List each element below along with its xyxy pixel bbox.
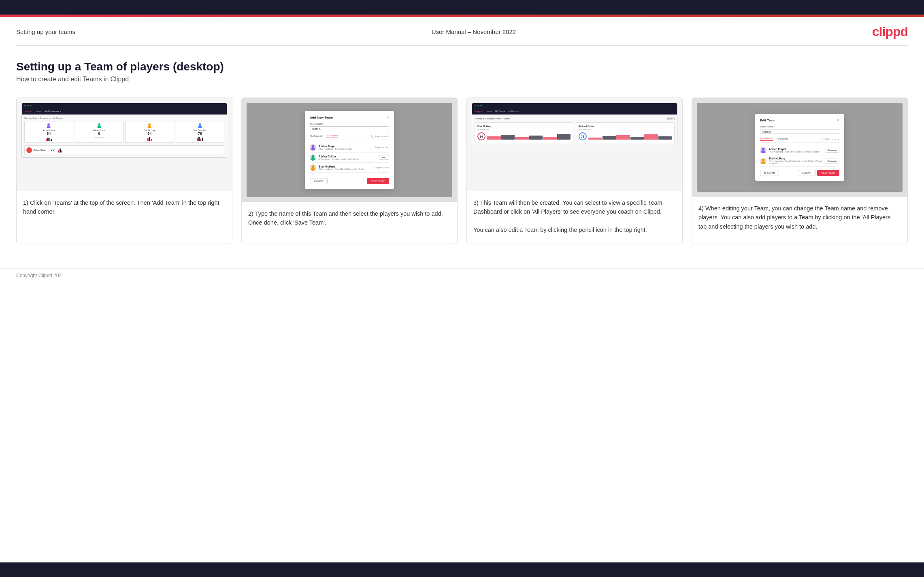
team-name-label-2: Team Name * (310, 123, 389, 125)
player-row-3: Blair McHarg Plus Handicap · Royal North… (310, 163, 389, 173)
player-detail-edit-1: Plus Handicap · The Shire London, United… (769, 151, 822, 153)
svg-point-9 (27, 151, 31, 153)
svg-point-4 (148, 123, 151, 126)
team-name-detail-c1: Plus Handicap (477, 129, 571, 131)
header-manual-title: User Manual – November 2022 (432, 28, 516, 35)
mock-content-header-3: Showing 4 of 4 players from All Players … (475, 117, 675, 120)
player-status-1: Player Added (375, 146, 389, 148)
tab-all-players-4[interactable]: All Players (777, 138, 788, 141)
mock-bottom-bars (58, 148, 62, 153)
tab-all-players-2[interactable]: All Players (326, 134, 338, 138)
mock-controls-3: ⊞ ✎ (667, 117, 675, 120)
mock-score-3: 94 (147, 132, 151, 136)
player-detail-2: 1 Handicap · Central London Golf Centre (319, 158, 377, 160)
card-4-text: 4) When editing your Team, you can chang… (692, 197, 907, 244)
nav-home-3: Home (486, 110, 492, 112)
mock-nav-3: clippd Home My Teams All Players (472, 108, 677, 115)
add-team-dialog: Add New Team ✕ Team Name * Team A My Tea… (305, 111, 394, 189)
player-row-edit-2: Blair McHarg Plus Handicap · Royal North… (760, 155, 839, 167)
dialog-header-4: Edit Team ✕ (760, 119, 839, 122)
filter-checkbox-4[interactable] (822, 138, 824, 140)
dialog-title-4: Edit Team (760, 119, 775, 122)
mock-score-4: 78 (198, 132, 202, 136)
svg-point-18 (762, 148, 765, 151)
svg-point-14 (312, 165, 315, 168)
player-name-edit-2: Blair McHarg (769, 157, 822, 160)
footer-right-4: Cancel Save Team (798, 170, 839, 176)
svg-point-10 (312, 145, 315, 148)
dialog-close-2[interactable]: ✕ (386, 116, 389, 119)
svg-point-6 (199, 123, 201, 126)
delete-button-4[interactable]: 🗑 Delete (760, 170, 779, 176)
team-name-label-c1: Blair McHarg (477, 125, 571, 127)
filter-label-4: Filter by name (825, 138, 839, 140)
mock-topbar-1 (22, 103, 227, 108)
player-name-1: Adrian Player (319, 145, 372, 148)
dialog-footer-2: Cancel Save Team (310, 178, 389, 184)
dot-3 (30, 105, 32, 106)
remove-player-btn-1[interactable]: Remove (825, 148, 839, 153)
mock-heading-1: Showing 4 out of 4 players from All Play… (24, 117, 224, 119)
mock-player-card-1: Adrian Coliba 84 (24, 121, 73, 143)
card-2-screenshot: Add New Team ✕ Team Name * Team A My Tea… (242, 98, 457, 202)
nav-logo-3: clippd (475, 110, 483, 112)
team-name-label-c2: Richard Butler (579, 125, 672, 127)
header-section-label: Setting up your teams (16, 28, 75, 35)
mock-team-card-2: Richard Butler Plus Handicap 72 (576, 122, 675, 143)
mock-bars-3 (147, 136, 152, 141)
remove-player-btn-2[interactable]: Remove (825, 159, 839, 163)
mini-bars-c1 (487, 133, 571, 140)
svg-point-5 (147, 126, 151, 128)
cancel-button-2[interactable]: Cancel (310, 178, 328, 184)
team-name-input-2[interactable]: Team A (310, 126, 389, 131)
tab-my-team-4[interactable]: My Team (2) (760, 137, 773, 141)
mock-team-card-1: Blair McHarg Plus Handicap 94 (475, 122, 573, 143)
mock-avatar-1 (46, 123, 51, 128)
mini-bar-c2d (630, 137, 644, 140)
card-3: clippd Home My Teams All Players Showing… (466, 98, 683, 244)
bar-4a (197, 138, 198, 141)
mock-topbar-3 (472, 103, 677, 108)
dialog-tabs-2: My Team (2) All Players Filter by name (310, 134, 389, 140)
team-name-value-2: Team A (312, 127, 321, 130)
dot-3a (475, 105, 476, 106)
bar-1b (47, 138, 49, 141)
main-content: Setting up a Team of players (desktop) H… (0, 46, 924, 268)
nav-my-performance: My Performance (45, 110, 61, 112)
team-score-row-c2: 72 (579, 132, 672, 140)
filter-label-2: Filter by name (375, 135, 389, 138)
mini-bar-c2f (658, 136, 672, 140)
player-avatar-edit-2 (760, 158, 766, 164)
filter-checkbox-2[interactable] (371, 135, 374, 138)
dialog-overlay-4: Edit Team ✕ Team Name * Team A My Team (… (697, 103, 903, 192)
delete-label: Delete (767, 172, 775, 174)
bar-b1 (58, 150, 59, 153)
mini-bar-c1e (543, 137, 557, 140)
player-name-2: Adrian Coliba (319, 155, 377, 158)
bar-3a (147, 138, 149, 141)
filter-by-name-2[interactable]: Filter by name (371, 135, 389, 138)
filter-by-name-4[interactable]: Filter by name (822, 138, 839, 140)
card-3-para-1: 3) This Team will then be created. You c… (473, 198, 676, 216)
save-team-button-2[interactable]: Save Team (367, 178, 389, 184)
save-team-button-4[interactable]: Save Team (817, 170, 839, 176)
dialog-close-4[interactable]: ✕ (837, 119, 839, 122)
cancel-button-4[interactable]: Cancel (798, 170, 815, 176)
mock-ctrl-1[interactable]: ⊞ (667, 117, 671, 120)
mock-content-3: Showing 4 of 4 players from All Players … (472, 115, 677, 146)
page-title: Setting up a Team of players (desktop) (16, 60, 908, 73)
svg-point-0 (47, 123, 50, 126)
mock-bottom-player: Richard Butler 72 (24, 145, 224, 155)
mock-ctrl-2[interactable]: ✎ (671, 117, 675, 120)
mock-score-2: 0 (98, 132, 100, 136)
mock-player-card-4: Dave Billingham 78 (176, 121, 225, 143)
player-add-btn-2[interactable]: Add (379, 155, 389, 160)
player-avatar-3 (310, 164, 316, 171)
team-name-input-4[interactable]: Team A (760, 129, 839, 134)
mini-bar-c1a (487, 136, 501, 140)
player-status-3: Player Added (375, 166, 389, 169)
player-name-edit-1: Adrian Player (769, 148, 822, 151)
dialog-footer-4: 🗑 Delete Cancel Save Team (760, 170, 839, 176)
footer: Copyright Clippd 2021 (0, 268, 924, 282)
tab-my-team-2[interactable]: My Team (2) (310, 135, 323, 138)
